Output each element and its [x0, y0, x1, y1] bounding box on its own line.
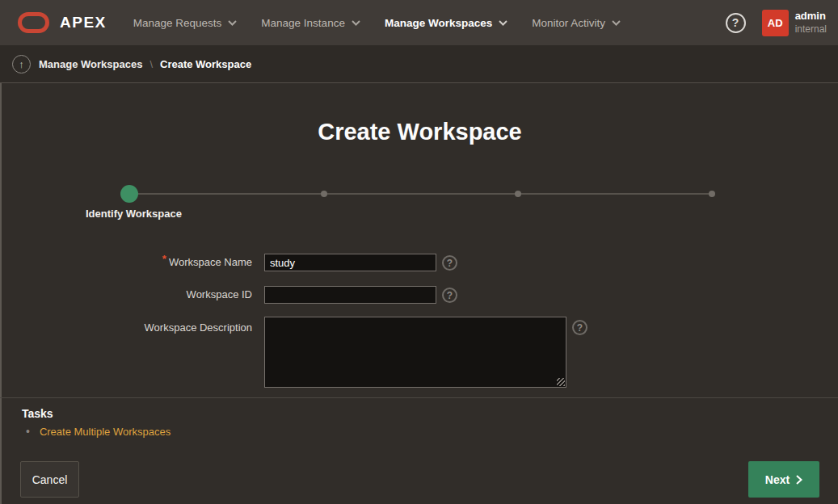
cancel-button[interactable]: Cancel: [20, 461, 79, 498]
step-label: Identify Workspace: [86, 208, 182, 220]
menu-manage-instance[interactable]: Manage Instance: [249, 0, 373, 45]
menu-label: Monitor Activity: [532, 17, 605, 29]
workspace-description-input[interactable]: [264, 317, 566, 388]
menu-label: Manage Instance: [261, 17, 345, 29]
avatar[interactable]: AD: [762, 10, 789, 36]
workspace-name-input[interactable]: [264, 254, 436, 271]
task-item: • Create Multiple Workspaces: [26, 425, 171, 438]
chevron-right-icon: [796, 475, 802, 485]
breadcrumb-parent-link[interactable]: Manage Workspaces: [39, 58, 142, 70]
next-label: Next: [765, 473, 790, 486]
menu-label: Manage Requests: [133, 17, 222, 29]
navbar-right: ? AD admin internal: [726, 10, 838, 36]
field-help-icon[interactable]: ?: [442, 288, 457, 303]
oracle-logo-icon: [18, 12, 49, 33]
help-icon[interactable]: ?: [726, 13, 746, 33]
menu-manage-requests[interactable]: Manage Requests: [121, 0, 250, 45]
top-navbar: APEX Manage Requests Manage Instance Man…: [0, 0, 838, 45]
brand-apex: APEX: [60, 14, 107, 32]
menu-monitor-activity[interactable]: Monitor Activity: [520, 0, 633, 45]
menu-label: Manage Workspaces: [385, 17, 492, 29]
step-dot: [515, 191, 521, 197]
workspace-id-label: Workspace ID: [2, 288, 252, 300]
progress-line: [129, 193, 712, 195]
create-multiple-workspaces-link[interactable]: Create Multiple Workspaces: [40, 426, 171, 438]
workspace-id-input[interactable]: [264, 286, 436, 304]
workspace-name-label: *Workspace Name: [2, 256, 252, 268]
menu-manage-workspaces[interactable]: Manage Workspaces: [373, 0, 520, 45]
breadcrumb-current: Create Workspace: [160, 58, 251, 70]
user-org: internal: [795, 23, 827, 36]
step-dot: [321, 191, 327, 197]
main-content: Create Workspace Identify Workspace *Wor…: [0, 83, 838, 504]
main-menu: Manage Requests Manage Instance Manage W…: [121, 0, 633, 45]
workspace-description-wrap: [264, 317, 566, 388]
next-button[interactable]: Next: [748, 461, 819, 498]
bullet-icon: •: [26, 425, 30, 438]
tasks-divider: [0, 397, 838, 398]
breadcrumb: ↑ Manage Workspaces \ Create Workspace: [0, 45, 838, 83]
field-help-icon[interactable]: ?: [572, 320, 587, 335]
step-dot-active: [120, 185, 138, 203]
user-info: admin internal: [795, 10, 827, 35]
required-marker: *: [162, 253, 166, 265]
page-title: Create Workspace: [2, 119, 838, 145]
user-name: admin: [795, 10, 827, 23]
wizard-progress: [129, 185, 712, 203]
chevron-down-icon: [499, 20, 507, 26]
workspace-description-label: Workspace Description: [2, 321, 252, 334]
breadcrumb-separator: \: [149, 58, 153, 70]
field-help-icon[interactable]: ?: [442, 255, 457, 271]
step-dot: [709, 191, 715, 197]
tasks-heading: Tasks: [22, 407, 53, 420]
chevron-down-icon: [352, 20, 360, 26]
chevron-down-icon: [612, 20, 621, 26]
up-arrow-icon[interactable]: ↑: [12, 55, 31, 74]
chevron-down-icon: [228, 20, 237, 26]
